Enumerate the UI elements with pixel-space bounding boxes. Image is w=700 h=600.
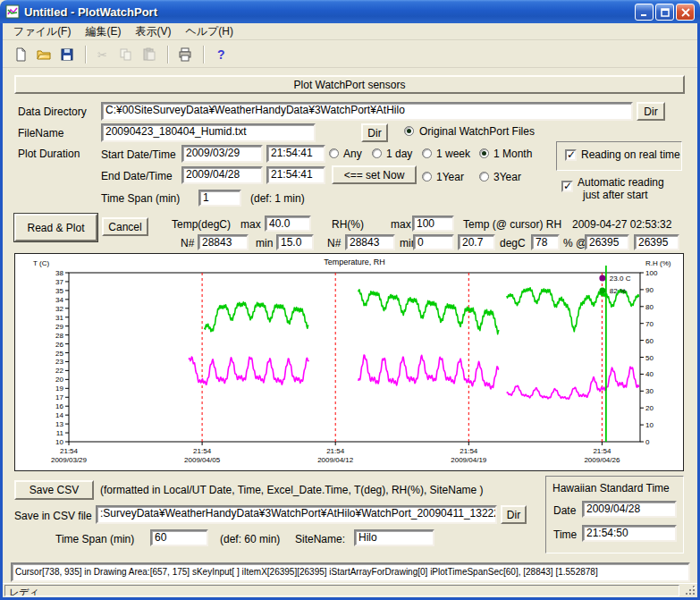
- svg-text:20: 20: [645, 404, 654, 412]
- svg-text:22: 22: [55, 367, 63, 375]
- sensor-chart[interactable]: Temperature, RHT (C)R.H (%)3837353432312…: [15, 254, 683, 470]
- svg-text:25: 25: [55, 350, 63, 358]
- title-bar[interactable]: Untitled - PlotWatchPort: [0, 0, 700, 23]
- start-time-input[interactable]: 21:54:41: [266, 145, 325, 163]
- csv-timespan-input[interactable]: 60: [150, 529, 208, 546]
- maximize-button[interactable]: [655, 4, 674, 21]
- rh-n-value[interactable]: 28843: [345, 234, 395, 250]
- svg-text:2009/04/19: 2009/04/19: [451, 456, 487, 464]
- data-directory-dir-button[interactable]: Dir: [637, 102, 665, 121]
- svg-text:14: 14: [55, 411, 63, 419]
- minimize-button[interactable]: [635, 4, 654, 21]
- svg-text:70: 70: [645, 320, 654, 328]
- csv-timespan-label: Time Span (min): [55, 533, 134, 545]
- auto-reading-label-line2: just after start: [583, 189, 648, 201]
- app-window: Untitled - PlotWatchPort ファイル(F) 編集(E) 表…: [0, 0, 700, 600]
- chart-panel: Temperature, RHT (C)R.H (%)3837353432312…: [14, 253, 684, 471]
- duration-1week-label: 1 week: [436, 148, 470, 160]
- status-ready-pane: レディ: [4, 585, 679, 596]
- temp-max-label: max: [240, 218, 261, 231]
- plot-duration-label: Plot Duration: [18, 148, 80, 160]
- svg-text:10: 10: [645, 421, 654, 429]
- rh-min-input[interactable]: 0: [413, 234, 454, 250]
- duration-3year-label: 3Year: [493, 171, 521, 183]
- rh-label: RH(%): [332, 218, 364, 231]
- resize-grip[interactable]: [685, 585, 696, 596]
- original-watchport-radio[interactable]: [404, 126, 414, 136]
- temp-min-input[interactable]: 15.0: [276, 234, 314, 250]
- cursor-temp-unit: degC: [500, 237, 526, 249]
- duration-any-radio[interactable]: [329, 148, 339, 158]
- duration-1year-radio[interactable]: [422, 172, 432, 182]
- cut-button[interactable]: ✂: [92, 44, 114, 65]
- svg-text:0: 0: [645, 438, 650, 446]
- svg-text:30: 30: [645, 387, 654, 395]
- temp-max-input[interactable]: 40.0: [265, 215, 311, 232]
- menu-edit[interactable]: 編集(E): [78, 22, 128, 41]
- help-button[interactable]: ?: [210, 44, 232, 65]
- clock-date-label: Date: [553, 504, 576, 517]
- toolbar: ✂ ?: [3, 41, 697, 68]
- svg-text:Temperature, RH: Temperature, RH: [324, 258, 385, 266]
- menu-file[interactable]: ファイル(F): [6, 22, 78, 41]
- svg-text:38: 38: [55, 269, 63, 277]
- duration-1week-radio[interactable]: [422, 148, 432, 158]
- set-now-button[interactable]: <== set Now: [332, 165, 417, 184]
- menu-help[interactable]: ヘルプ(H): [178, 22, 240, 41]
- open-file-button[interactable]: [33, 44, 55, 65]
- save-csv-button[interactable]: Save CSV: [14, 480, 94, 500]
- timespan-label: Time Span (min): [101, 192, 180, 205]
- reading-realtime-checkbox[interactable]: [565, 149, 577, 161]
- temp-min-label: min: [256, 237, 273, 249]
- clock-title: Hawaiian Standard Time: [552, 482, 670, 494]
- duration-3year-radio[interactable]: [479, 172, 489, 182]
- copy-button[interactable]: [115, 44, 137, 65]
- svg-text:13: 13: [55, 420, 63, 428]
- cursor-rh-value: 78: [531, 234, 560, 250]
- paste-button[interactable]: [139, 44, 160, 65]
- filename-input[interactable]: 20090423_180404_Humid.txt: [101, 123, 316, 142]
- temp-n-value[interactable]: 28843: [198, 234, 249, 250]
- svg-text:100: 100: [645, 269, 658, 277]
- data-directory-input[interactable]: C:¥00SiteSurveyData¥WeatherHandyData¥3Wa…: [101, 102, 633, 121]
- auto-reading-checkbox[interactable]: [561, 181, 573, 192]
- menu-view[interactable]: 表示(V): [128, 22, 178, 41]
- filename-dir-button[interactable]: Dir: [361, 123, 388, 142]
- menu-bar: ファイル(F) 編集(E) 表示(V) ヘルプ(H): [3, 23, 697, 40]
- csv-timespan-hint: (def: 60 min): [220, 533, 280, 545]
- read-and-plot-button[interactable]: Read & Plot: [14, 214, 97, 241]
- duration-1day-radio[interactable]: [372, 148, 382, 158]
- svg-text:21:54: 21:54: [326, 447, 345, 455]
- open-file-icon: [37, 47, 51, 62]
- svg-text:34: 34: [55, 296, 63, 304]
- auto-reading-label-line1: Automatic reading: [578, 176, 664, 189]
- csv-path-input[interactable]: :SurveyData¥WeatherHandyData¥3WatchPort¥…: [96, 505, 497, 524]
- svg-text:21:54: 21:54: [60, 447, 79, 455]
- svg-text:82 %: 82 %: [610, 287, 626, 295]
- close-button[interactable]: [676, 4, 695, 21]
- svg-text:23: 23: [55, 358, 63, 366]
- save-button-toolbar[interactable]: [56, 44, 78, 65]
- cancel-button[interactable]: Cancel: [102, 217, 148, 236]
- duration-1month-radio[interactable]: [479, 148, 489, 158]
- duration-1day-label: 1 day: [386, 148, 412, 160]
- csv-dir-button[interactable]: Dir: [501, 505, 527, 524]
- minimize-icon: [640, 8, 649, 17]
- rh-max-input[interactable]: 100: [412, 215, 454, 232]
- cursor-status-line[interactable]: Cursor[738, 935] in Drawing Area:[657, 1…: [11, 562, 690, 582]
- cut-icon: ✂: [96, 47, 110, 62]
- duration-1month-label: 1 Month: [493, 148, 532, 160]
- start-date-input[interactable]: 2009/03/29: [181, 145, 263, 163]
- svg-text:2009/04/12: 2009/04/12: [317, 456, 354, 464]
- rh-max-label: max: [391, 218, 411, 231]
- end-date-input[interactable]: 2009/04/28: [181, 166, 263, 184]
- csv-format-hint: (formatted in Local/UT Date, Time, Excel…: [100, 484, 484, 496]
- save-icon: [60, 47, 74, 62]
- sitename-input[interactable]: Hilo: [354, 529, 434, 546]
- print-button[interactable]: [174, 44, 196, 65]
- new-file-button[interactable]: [10, 44, 31, 65]
- help-icon: ?: [214, 47, 228, 62]
- svg-text:23.0 C: 23.0 C: [610, 275, 631, 283]
- timespan-input[interactable]: 1: [198, 190, 241, 207]
- end-time-input[interactable]: 21:54:41: [266, 166, 325, 184]
